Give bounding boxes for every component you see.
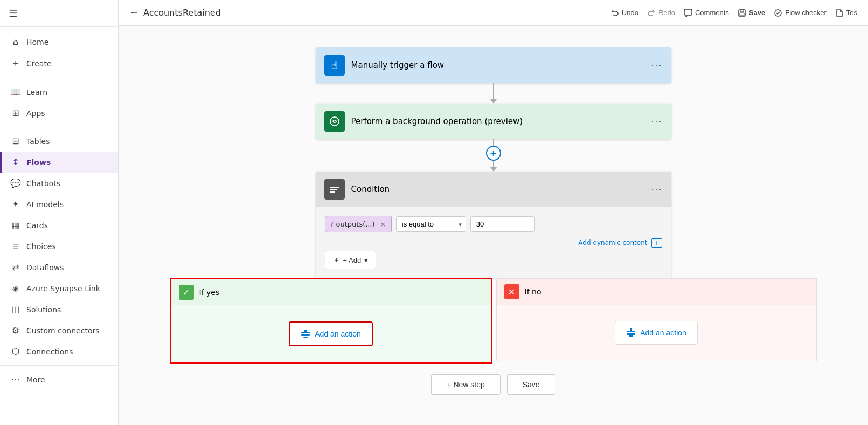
add-chevron: ▾: [364, 256, 368, 264]
bg-op-block[interactable]: Perform a background operation (preview)…: [316, 104, 671, 139]
sidebar-item-home[interactable]: ⌂ Home: [0, 31, 118, 52]
sidebar-item-tables[interactable]: ⊟ Tables: [0, 131, 118, 152]
sidebar-item-cards[interactable]: ▦ Cards: [0, 215, 118, 236]
add-label: + Add: [343, 256, 362, 264]
solutions-icon: ◫: [10, 304, 21, 314]
bottom-bar: + New step Save: [420, 364, 566, 406]
condition-block[interactable]: Condition ··· 𝑓 outputs(...) × is equ: [316, 172, 671, 278]
connector-line-1: [493, 83, 494, 99]
sidebar-item-create[interactable]: ＋ Create: [0, 52, 118, 74]
create-icon: ＋: [10, 58, 21, 69]
sidebar-label-cards: Cards: [26, 221, 48, 230]
svg-point-5: [330, 117, 339, 126]
comments-button[interactable]: Comments: [684, 9, 729, 17]
bg-op-title: Perform a background operation (preview): [351, 116, 523, 126]
trigger-icon: ☝: [324, 55, 345, 76]
bg-op-icon: [324, 111, 345, 132]
redo-button[interactable]: Redo: [647, 9, 675, 17]
sidebar-nav: ⌂ Home ＋ Create 📖 Learn ⊞ Apps ⊟ Tables …: [0, 27, 118, 425]
sidebar-item-flows[interactable]: ↕ Flows: [0, 152, 118, 173]
sidebar-item-azure[interactable]: ◈ Azure Synapse Link: [0, 278, 118, 299]
condition-add-row: ＋ + Add ▾: [325, 251, 662, 269]
home-icon: ⌂: [10, 37, 21, 47]
flow-checker-icon: [774, 9, 782, 17]
topbar: ← AccountsRetained Undo Redo Comments Sa…: [119, 0, 868, 26]
branch-yes-header: ✓ If yes: [171, 279, 491, 305]
dynamic-content-link[interactable]: Add dynamic content +: [325, 239, 662, 246]
branch-yes-icon: ✓: [179, 285, 194, 300]
save-topbar-button[interactable]: Save: [738, 9, 765, 17]
connectors-icon: ⚙: [10, 325, 21, 335]
svg-rect-3: [740, 13, 744, 16]
condition-more-button[interactable]: ···: [651, 184, 662, 195]
add-icon: ＋: [333, 255, 340, 265]
flow-checker-button[interactable]: Flow checker: [774, 9, 827, 17]
add-condition-button[interactable]: ＋ + Add ▾: [325, 251, 377, 269]
branch-no-header: ✕ If no: [497, 279, 816, 305]
choices-icon: ≡: [10, 241, 21, 251]
back-button[interactable]: ←: [129, 7, 139, 18]
canvas-save-button[interactable]: Save: [507, 374, 555, 395]
more-icon: ···: [10, 374, 21, 385]
sidebar-label-learn: Learn: [26, 88, 47, 97]
chatbots-icon: 💬: [10, 178, 21, 188]
bg-op-header: Perform a background operation (preview)…: [316, 104, 671, 139]
sidebar-item-learn[interactable]: 📖 Learn: [0, 81, 118, 102]
sidebar-item-solutions[interactable]: ◫ Solutions: [0, 299, 118, 320]
sidebar-item-connections[interactable]: ⬡ Connections: [0, 341, 118, 362]
cards-icon: ▦: [10, 220, 21, 230]
trigger-block[interactable]: ☝ Manually trigger a flow ···: [316, 47, 671, 83]
sidebar-item-more[interactable]: ··· More: [0, 369, 118, 390]
sidebar-item-custom-connectors[interactable]: ⚙ Custom connectors: [0, 320, 118, 341]
sidebar-label-solutions: Solutions: [26, 305, 61, 314]
svg-rect-12: [627, 331, 635, 332]
add-action-yes-label: Add an action: [315, 330, 361, 338]
hamburger-icon[interactable]: ☰: [9, 8, 17, 19]
svg-rect-0: [684, 9, 692, 15]
svg-rect-9: [301, 332, 310, 333]
sidebar-item-chatbots[interactable]: 💬 Chatbots: [0, 173, 118, 194]
main-area: ← AccountsRetained Undo Redo Comments Sa…: [119, 0, 868, 425]
svg-rect-11: [303, 337, 308, 338]
operator-select-wrapper: is equal to is not equal to is greater t…: [396, 216, 466, 232]
condition-body: 𝑓 outputs(...) × is equal to is not equa…: [316, 207, 671, 278]
operator-select[interactable]: is equal to is not equal to is greater t…: [396, 216, 466, 232]
trigger-more-button[interactable]: ···: [651, 60, 662, 71]
sidebar-label-ai: AI models: [26, 200, 64, 209]
comments-icon: [684, 9, 692, 17]
dataflows-icon: ⇄: [10, 262, 21, 272]
token-close-btn[interactable]: ×: [380, 221, 386, 228]
sidebar-divider-2: [0, 127, 118, 127]
test-button[interactable]: Tes: [835, 9, 857, 17]
condition-row: 𝑓 outputs(...) × is equal to is not equa…: [325, 216, 662, 232]
apps-icon: ⊞: [10, 108, 21, 118]
redo-icon: [647, 9, 656, 17]
sidebar-label-choices: Choices: [26, 242, 56, 251]
bg-op-more-button[interactable]: ···: [651, 116, 662, 127]
sidebar-label-tables: Tables: [26, 137, 50, 146]
sidebar-item-choices[interactable]: ≡ Choices: [0, 236, 118, 257]
token-fx-icon: 𝑓: [331, 220, 333, 229]
learn-icon: 📖: [10, 87, 21, 97]
sidebar-item-dataflows[interactable]: ⇄ Dataflows: [0, 257, 118, 278]
add-action-no-label: Add an action: [640, 328, 686, 337]
flow-title: AccountsRetained: [143, 8, 221, 18]
add-action-no-icon: [626, 328, 636, 338]
sidebar-label-home: Home: [26, 38, 48, 46]
new-step-button[interactable]: + New step: [431, 374, 500, 395]
branch-no-icon: ✕: [504, 284, 519, 299]
sidebar-item-apps[interactable]: ⊞ Apps: [0, 102, 118, 124]
trigger-title: Manually trigger a flow: [351, 60, 445, 70]
svg-rect-10: [301, 334, 310, 336]
branch-no-label: If no: [525, 287, 541, 296]
svg-rect-7: [330, 189, 337, 190]
undo-button[interactable]: Undo: [610, 9, 638, 17]
add-step-circle[interactable]: +: [486, 146, 501, 161]
add-action-no-button[interactable]: Add an action: [615, 321, 698, 345]
add-action-yes-button[interactable]: Add an action: [289, 321, 373, 346]
condition-token[interactable]: 𝑓 outputs(...) ×: [325, 216, 392, 232]
sidebar-item-ai-models[interactable]: ✦ AI models: [0, 194, 118, 215]
sidebar-label-more: More: [26, 375, 45, 384]
sidebar: ☰ ⌂ Home ＋ Create 📖 Learn ⊞ Apps ⊟ Table…: [0, 0, 119, 425]
condition-value-input[interactable]: [470, 216, 535, 232]
